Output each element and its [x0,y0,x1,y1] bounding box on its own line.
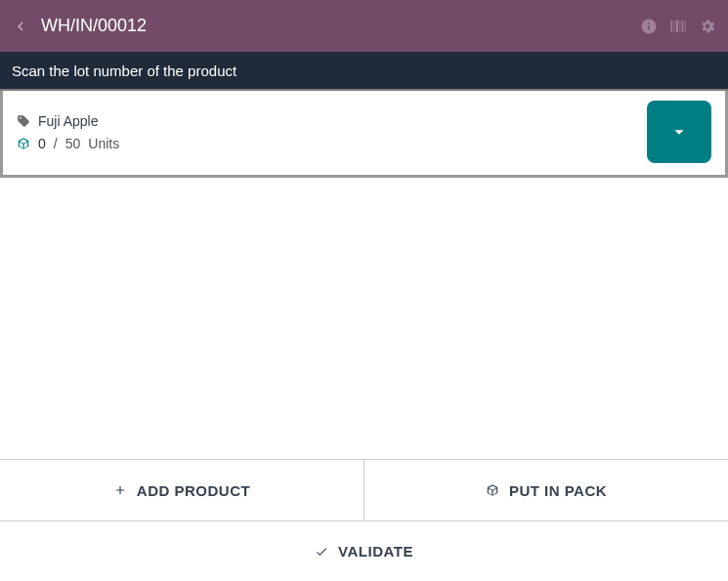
empty-area [0,178,728,459]
settings-button[interactable] [699,18,716,35]
page-title: WH/IN/00012 [41,16,147,36]
expand-button[interactable] [647,101,711,163]
footer: ADD PRODUCT PUT IN PACK VALIDATE [0,459,728,581]
qty-separator: / [54,136,58,151]
check-icon [315,545,328,559]
qty-demand: 50 [65,136,81,151]
svg-rect-1 [674,21,675,32]
info-icon [640,18,658,35]
add-product-button[interactable]: ADD PRODUCT [0,460,364,520]
qty-done: 0 [38,136,46,151]
svg-rect-2 [676,21,678,32]
gear-icon [699,18,716,35]
svg-rect-0 [671,21,673,32]
qty-uom: Units [88,136,119,151]
barcode-icon [669,18,687,35]
barcode-button[interactable] [669,18,687,35]
instruction-bar: Scan the lot number of the product [0,52,728,91]
chevron-left-icon [12,18,29,35]
validate-label: VALIDATE [338,543,413,560]
product-line: Fuji Apple 0 / 50 Units [0,91,728,178]
tags-icon [17,114,30,128]
add-product-label: ADD PRODUCT [137,482,250,499]
svg-rect-3 [680,21,681,32]
caret-down-icon [668,121,690,143]
svg-rect-4 [682,21,684,32]
svg-rect-5 [685,21,686,32]
validate-button[interactable]: VALIDATE [0,520,728,581]
cube-icon [17,137,30,150]
put-in-pack-button[interactable]: PUT IN PACK [364,460,728,520]
product-name: Fuji Apple [38,113,98,129]
put-in-pack-label: PUT IN PACK [509,482,607,499]
info-button[interactable] [640,18,658,35]
plus-icon [113,483,127,497]
header-actions [640,18,716,35]
instruction-text: Scan the lot number of the product [12,62,236,79]
app-header: WH/IN/00012 [0,0,728,52]
package-icon [486,483,499,497]
back-button[interactable] [12,18,29,35]
